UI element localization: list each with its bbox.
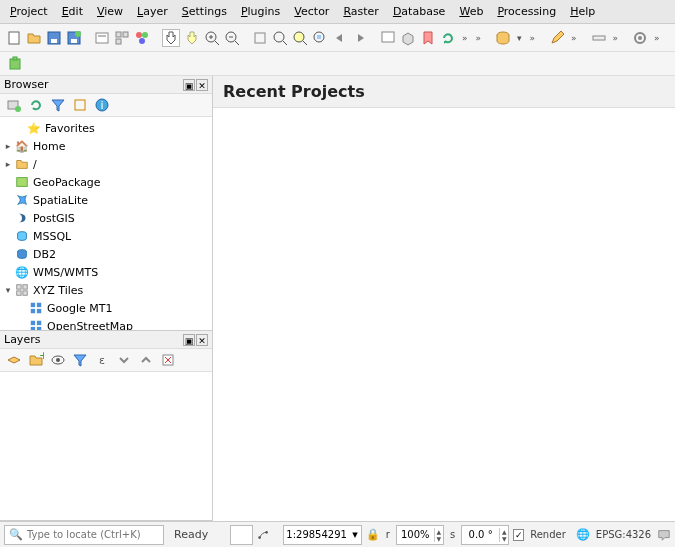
add-layer-icon[interactable] [6,97,22,113]
layers-tree[interactable] [0,372,212,520]
mag-up-icon[interactable]: ▲ [435,528,444,535]
browser-close-icon[interactable]: ✕ [196,79,208,91]
browser-undock-icon[interactable]: ▣ [183,79,195,91]
open-project-icon[interactable] [26,29,42,47]
browser-title: Browser [4,78,49,91]
rotation-box[interactable]: ▲▼ [461,525,509,545]
pan-icon[interactable] [162,29,180,47]
crs-globe-icon[interactable]: 🌐 [576,527,590,543]
menu-vector[interactable]: Vector [288,2,335,21]
messages-icon[interactable] [657,527,671,543]
properties-icon[interactable]: i [94,97,110,113]
zoom-full-icon[interactable] [272,29,288,47]
measure-icon[interactable] [591,29,607,47]
zoom-in-icon[interactable] [204,29,220,47]
menu-plugins[interactable]: Plugins [235,2,286,21]
style-manager-icon[interactable] [134,29,150,47]
tree-xyz-osm[interactable]: OpenStreetMap [0,317,212,330]
zoom-selection-icon[interactable] [292,29,308,47]
edit-icon[interactable] [549,29,565,47]
plugin-icon[interactable] [6,55,24,73]
save-project-icon[interactable] [46,29,62,47]
datasource-manager-icon[interactable] [495,29,511,47]
toolbar-overflow-2[interactable]: » [474,33,484,43]
expand-all-icon[interactable] [116,352,132,368]
scale-box[interactable]: ▾ [283,525,362,545]
menu-processing[interactable]: Processing [491,2,562,21]
menu-raster[interactable]: Raster [337,2,384,21]
browser-refresh-icon[interactable] [28,97,44,113]
collapse-all-icon[interactable] [72,97,88,113]
menu-view[interactable]: View [91,2,129,21]
remove-layer-icon[interactable] [160,352,176,368]
tree-xyz-google[interactable]: Google MT1 [0,299,212,317]
svg-rect-8 [116,32,121,37]
new-3d-view-icon[interactable] [400,29,416,47]
zoom-native-icon[interactable] [252,29,268,47]
save-as-icon[interactable] [66,29,82,47]
mag-down-icon[interactable]: ▼ [435,535,444,542]
tree-root[interactable]: ▸/ [0,155,212,173]
add-group-icon[interactable]: + [28,352,44,368]
menu-edit[interactable]: Edit [56,2,89,21]
layout-manager-icon[interactable] [114,29,130,47]
menu-database[interactable]: Database [387,2,452,21]
print-layout-icon[interactable] [94,29,110,47]
tree-geopackage[interactable]: GeoPackage [0,173,212,191]
collapse-all-layers-icon[interactable] [138,352,154,368]
new-bookmark-icon[interactable] [420,29,436,47]
tree-postgis[interactable]: PostGIS [0,209,212,227]
recent-projects-body[interactable] [213,108,675,521]
menu-web[interactable]: Web [453,2,489,21]
visibility-icon[interactable] [50,352,66,368]
layer-style-icon[interactable] [6,352,22,368]
coordinate-toggle-icon[interactable] [257,527,271,543]
expression-filter-icon[interactable]: ε [94,352,110,368]
locator-bar[interactable]: 🔍 [4,525,164,545]
tree-home[interactable]: ▸🏠Home [0,137,212,155]
rot-down-icon[interactable]: ▼ [500,535,509,542]
rotation-input[interactable] [462,529,499,540]
tree-mssql[interactable]: MSSQL [0,227,212,245]
datasource-dropdown[interactable]: ▾ [515,33,524,43]
layers-undock-icon[interactable]: ▣ [183,334,195,346]
processing-icon[interactable] [632,29,648,47]
layer-filter-icon[interactable] [72,352,88,368]
tree-wms[interactable]: 🌐WMS/WMTS [0,263,212,281]
layers-close-icon[interactable]: ✕ [196,334,208,346]
menu-project[interactable]: Project [4,2,54,21]
zoom-out-icon[interactable] [224,29,240,47]
coordinate-box[interactable] [230,525,253,545]
tree-spatialite[interactable]: SpatiaLite [0,191,212,209]
tree-xyz[interactable]: ▾XYZ Tiles [0,281,212,299]
new-project-icon[interactable] [6,29,22,47]
tree-favorites[interactable]: ⭐Favorites [0,119,212,137]
menu-help[interactable]: Help [564,2,601,21]
zoom-layer-icon[interactable] [312,29,328,47]
scale-input[interactable] [284,529,349,540]
menu-settings[interactable]: Settings [176,2,233,21]
rot-up-icon[interactable]: ▲ [500,528,509,535]
menu-layer[interactable]: Layer [131,2,174,21]
locator-input[interactable] [27,529,159,540]
lock-scale-icon[interactable]: 🔒 [366,527,380,543]
toolbar-overflow-1[interactable]: » [460,33,470,43]
render-checkbox[interactable]: ✓ [513,529,524,541]
tree-db2[interactable]: DB2 [0,245,212,263]
toolbar-overflow-6[interactable]: » [652,33,662,43]
toolbar-overflow-4[interactable]: » [569,33,579,43]
magnifier-box[interactable]: ▲▼ [396,525,444,545]
pan-selection-icon[interactable] [184,29,200,47]
scale-dropdown-icon[interactable]: ▾ [349,528,361,541]
new-map-view-icon[interactable] [380,29,396,47]
toolbar-overflow-3[interactable]: » [528,33,538,43]
zoom-last-icon[interactable] [332,29,348,47]
coordinate-input[interactable] [231,529,252,540]
toolbar-overflow-5[interactable]: » [611,33,621,43]
browser-tree[interactable]: ⭐Favorites ▸🏠Home ▸/ GeoPackage SpatiaLi… [0,117,212,330]
zoom-next-icon[interactable] [352,29,368,47]
magnifier-input[interactable] [397,529,434,540]
filter-icon[interactable] [50,97,66,113]
crs-label[interactable]: EPSG:4326 [594,529,653,540]
refresh-icon[interactable] [440,29,456,47]
